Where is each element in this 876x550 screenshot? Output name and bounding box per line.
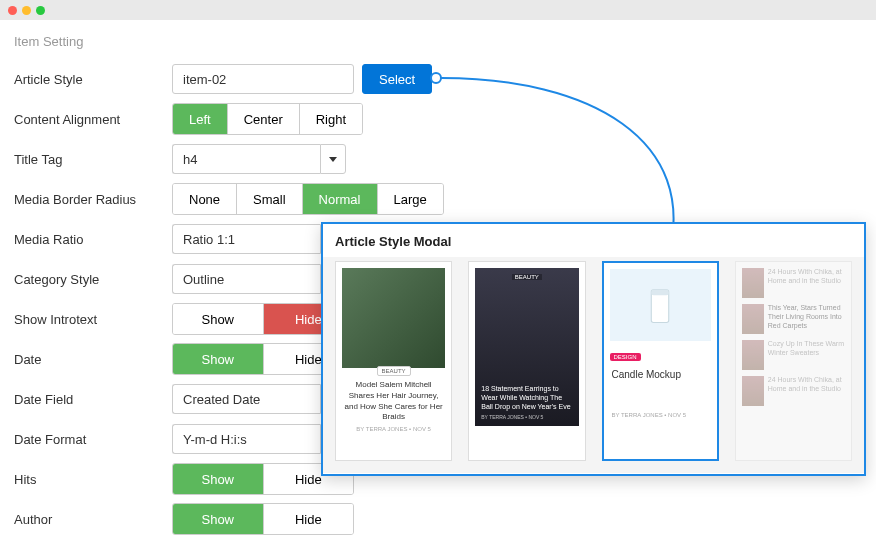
style-card-2[interactable]: BEAUTY 18 Statement Earrings to Wear Whi…	[468, 261, 585, 461]
hits-show-button[interactable]: Show	[173, 464, 263, 494]
radius-small-button[interactable]: Small	[237, 184, 303, 214]
media-border-radius-label: Media Border Radius	[14, 192, 172, 207]
card-thumb	[610, 269, 711, 341]
mini-headline: This Year, Stars Turned Their Living Roo…	[768, 304, 845, 330]
card-thumb	[342, 268, 445, 368]
article-style-label: Article Style	[14, 72, 172, 87]
date-label: Date	[14, 352, 172, 367]
article-style-input[interactable]	[172, 64, 354, 94]
minimize-dot[interactable]	[22, 6, 31, 15]
align-center-button[interactable]: Center	[228, 104, 300, 134]
content-alignment-group: Left Center Right	[172, 103, 363, 135]
style-card-3[interactable]: DESIGN Candle Mockup BY TERRA JONES • NO…	[602, 261, 719, 461]
card-headline: 18 Statement Earrings to Wear While Watc…	[481, 384, 572, 411]
media-ratio-input[interactable]	[172, 224, 320, 254]
date-format-label: Date Format	[14, 432, 172, 447]
card-headline: Model Salem Mitchell Shares Her Hair Jou…	[344, 380, 443, 423]
hits-label: Hits	[14, 472, 172, 487]
date-field-label: Date Field	[14, 392, 172, 407]
author-label: Author	[14, 512, 172, 527]
introtext-show-button[interactable]: Show	[173, 304, 263, 334]
category-pill: DESIGN	[610, 353, 641, 361]
window-chrome	[0, 0, 876, 20]
radius-large-button[interactable]: Large	[378, 184, 443, 214]
author-toggle: Show Hide	[172, 503, 354, 535]
close-dot[interactable]	[8, 6, 17, 15]
chevron-down-icon	[329, 157, 337, 162]
show-introtext-label: Show Introtext	[14, 312, 172, 327]
author-show-button[interactable]: Show	[173, 504, 263, 534]
mini-thumb	[742, 376, 764, 406]
category-pill: BEAUTY	[512, 274, 542, 280]
author-hide-button[interactable]: Hide	[263, 504, 354, 534]
mini-thumb	[742, 304, 764, 334]
card-thumb: BEAUTY 18 Statement Earrings to Wear Whi…	[475, 268, 578, 426]
mini-headline: 24 Hours With Chika, at Home and in the …	[768, 268, 845, 286]
card-title: Candle Mockup	[612, 368, 709, 382]
card-meta: BY TERRA JONES • NOV 5	[344, 426, 443, 432]
media-ratio-label: Media Ratio	[14, 232, 172, 247]
date-field-input[interactable]	[172, 384, 320, 414]
content-alignment-label: Content Alignment	[14, 112, 172, 127]
title-tag-input[interactable]	[172, 144, 320, 174]
card-meta: BY TERRA JONES • NOV 5	[612, 412, 709, 418]
mini-thumb	[742, 268, 764, 298]
media-border-radius-group: None Small Normal Large	[172, 183, 444, 215]
section-title: Item Setting	[14, 34, 862, 59]
style-card-list: BEAUTY Model Salem Mitchell Shares Her H…	[323, 257, 864, 473]
date-show-button[interactable]: Show	[173, 344, 263, 374]
category-pill: BEAUTY	[377, 366, 411, 376]
style-card-1[interactable]: BEAUTY Model Salem Mitchell Shares Her H…	[335, 261, 452, 461]
mini-headline: Cozy Up In These Warm Winter Sweaters	[768, 340, 845, 358]
style-card-4[interactable]: 24 Hours With Chika, at Home and in the …	[735, 261, 852, 461]
title-tag-dropdown[interactable]	[320, 144, 346, 174]
maximize-dot[interactable]	[36, 6, 45, 15]
modal-title: Article Style Modal	[323, 224, 864, 257]
mini-headline: 24 Hours With Chika, at Home and in the …	[768, 376, 845, 394]
align-right-button[interactable]: Right	[300, 104, 362, 134]
select-button[interactable]: Select	[362, 64, 432, 94]
card-meta: BY TERRA JONES • NOV 5	[481, 414, 572, 421]
date-format-input[interactable]	[172, 424, 320, 454]
radius-none-button[interactable]: None	[173, 184, 237, 214]
radius-normal-button[interactable]: Normal	[303, 184, 378, 214]
category-style-label: Category Style	[14, 272, 172, 287]
svg-rect-2	[651, 290, 668, 295]
align-left-button[interactable]: Left	[173, 104, 228, 134]
category-style-input[interactable]	[172, 264, 320, 294]
mini-thumb	[742, 340, 764, 370]
article-style-modal: Article Style Modal BEAUTY Model Salem M…	[321, 222, 866, 476]
title-tag-label: Title Tag	[14, 152, 172, 167]
